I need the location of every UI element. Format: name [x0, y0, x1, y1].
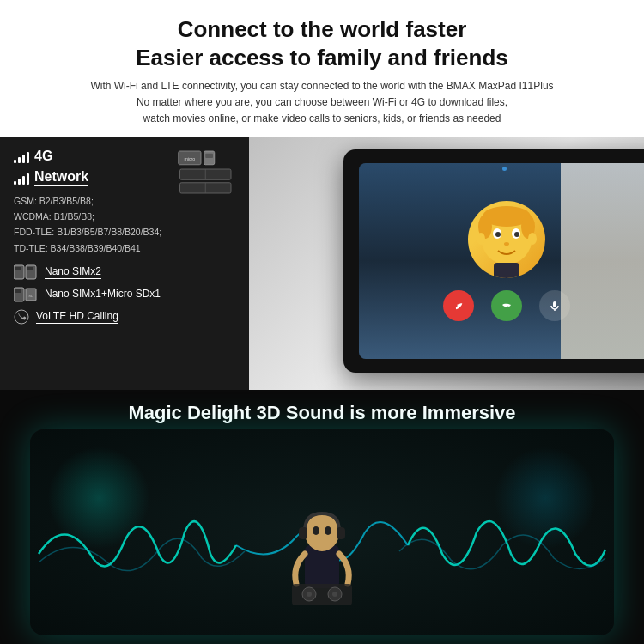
svg-rect-11 [27, 267, 33, 270]
tablet-frame [343, 149, 644, 373]
header-section: Connect to the world faster Easier acces… [0, 0, 644, 137]
call-buttons [443, 290, 570, 321]
tablet-video-call-panel [249, 137, 644, 390]
middle-row: micro 4G Network [0, 137, 644, 390]
signal-bars-icon [14, 149, 29, 163]
decline-button[interactable] [443, 290, 474, 321]
bottom-features-row: 2.4GHz/5.0GHz Dual-band Wi-Fi Bluetooth … [0, 635, 644, 644]
svg-rect-9 [15, 267, 21, 270]
svg-point-35 [313, 526, 319, 535]
volte-phone-icon [14, 309, 29, 325]
page-title: Connect to the world faster Easier acces… [26, 15, 618, 71]
accept-button[interactable] [491, 290, 522, 321]
svg-point-16 [15, 310, 28, 324]
svg-rect-31 [305, 545, 339, 588]
svg-point-40 [307, 592, 312, 597]
sim1-sd-icon: SD [14, 287, 38, 302]
svg-rect-29 [553, 301, 556, 307]
sound-section-title: Magic Delight 3D Sound is more Immersive [0, 390, 644, 429]
svg-rect-34 [337, 527, 345, 539]
sound-tablet [30, 429, 614, 635]
tablet-background [249, 137, 644, 390]
signal-bars-icon-2 [14, 171, 29, 185]
sound-screen [30, 429, 614, 635]
feature-nano-sim2: Nano SIMx2 [14, 264, 235, 280]
svg-point-27 [528, 233, 537, 245]
svg-rect-33 [299, 527, 307, 539]
svg-point-26 [477, 233, 485, 245]
svg-point-36 [325, 526, 331, 535]
bottom-sound-section: Magic Delight 3D Sound is more Immersive [0, 390, 644, 644]
caller-avatar [468, 201, 545, 278]
fdd-bands: FDD-TLE: B1/B3/B5/B7/B8/B20/B34; [14, 224, 235, 240]
wcdma-bands: WCDMA: B1/B5/B8; [14, 209, 235, 224]
svg-rect-37 [292, 584, 352, 605]
sim-card-area: micro [177, 149, 237, 196]
sim2-icon [14, 264, 38, 280]
dj-figure [288, 507, 356, 610]
video-call-display [359, 163, 645, 359]
svg-rect-28 [494, 263, 519, 278]
feature-nano-sim1-sd: SD Nano SIMx1+Micro SDx1 [14, 287, 235, 302]
network-details: GSM: B2/B3/B5/B8; WCDMA: B1/B5/B8; FDD-T… [14, 193, 235, 257]
tablet-screen [359, 163, 645, 359]
svg-point-41 [332, 592, 337, 597]
sim-card-graphic: micro [177, 149, 237, 196]
nano-sim1-sd-label: Nano SIMx1+Micro SDx1 [45, 288, 161, 301]
svg-point-23 [495, 232, 501, 237]
page-subtitle: With Wi-Fi and LTE connectivity, you can… [26, 78, 618, 128]
volte-label: VoLTE HD Calling [36, 310, 118, 324]
network-label: Network [34, 169, 88, 186]
nano-sim2-label: Nano SIMx2 [45, 265, 101, 279]
svg-point-25 [504, 242, 509, 246]
feature-volte: VoLTE HD Calling [14, 309, 235, 325]
network-info-panel: micro 4G Network [0, 137, 249, 390]
td-bands: TD-TLE: B34/B38/B39/B40/B41 [14, 240, 235, 256]
svg-text:SD: SD [28, 294, 33, 298]
camera-indicator [502, 167, 507, 171]
svg-rect-13 [15, 289, 21, 293]
room-background [561, 163, 645, 359]
network-type-label: 4G [34, 149, 52, 164]
svg-text:micro: micro [184, 155, 195, 161]
svg-rect-3 [205, 153, 213, 157]
svg-point-24 [514, 232, 519, 237]
